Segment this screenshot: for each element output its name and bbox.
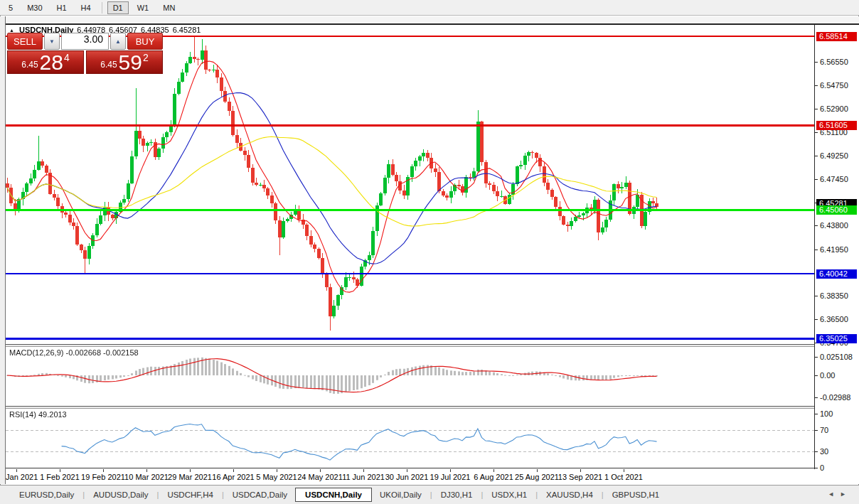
date-label: 11 Jun 2021 bbox=[342, 473, 385, 481]
chart-tab-usdx[interactable]: USDX,H1 bbox=[484, 488, 535, 501]
timeframe-button-h4[interactable]: H4 bbox=[75, 1, 97, 14]
sell-price-big: 28 bbox=[40, 53, 63, 73]
chart-tab-gbpusd[interactable]: GBPUSD,H1 bbox=[604, 488, 667, 501]
date-label: 29 Mar 2021 bbox=[168, 473, 212, 481]
timeframe-button-w1[interactable]: W1 bbox=[132, 1, 155, 14]
macd-value-2: -0.002158 bbox=[103, 348, 139, 357]
rsi-value: 49.2013 bbox=[38, 410, 67, 419]
price-tick: 6.52900 bbox=[820, 104, 848, 114]
date-label: 1 Feb 2021 bbox=[40, 473, 80, 481]
rsi-axis-tick: 70 bbox=[820, 426, 828, 435]
chart-tab-eurusd[interactable]: EURUSD,Daily bbox=[11, 488, 82, 501]
price-tick: 6.47450 bbox=[820, 175, 848, 184]
price-tick: 6.36500 bbox=[820, 315, 848, 324]
date-tick-mark bbox=[277, 469, 277, 472]
axis-tick-mark bbox=[815, 468, 818, 468]
ohlc-close: 6.45281 bbox=[173, 26, 201, 34]
rsi-axis-tick: 0 bbox=[820, 463, 824, 473]
tab-separator: | bbox=[157, 490, 159, 499]
timeframe-button-d1[interactable]: D1 bbox=[107, 1, 129, 14]
chart-tab-usdcnh[interactable]: USDCNH,Daily bbox=[295, 488, 372, 502]
date-label: 10 Mar 2021 bbox=[124, 473, 169, 481]
date-label: 24 May 2021 bbox=[297, 473, 343, 481]
axis-tick-mark bbox=[815, 397, 818, 398]
date-label: 6 Aug 2021 bbox=[474, 473, 513, 481]
axis-tick-mark bbox=[815, 179, 818, 180]
date-label: 1 Oct 2021 bbox=[604, 473, 643, 481]
tab-separator: | bbox=[481, 490, 483, 499]
price-line-badge-red: 6.58514 bbox=[816, 32, 857, 41]
date-tick-mark bbox=[103, 469, 104, 472]
price-line-badge-blue: 6.40042 bbox=[816, 269, 857, 279]
price-tick: 6.38350 bbox=[820, 291, 848, 301]
timeframe-button-mn[interactable]: MN bbox=[157, 1, 181, 14]
date-label: 13 Sep 2021 bbox=[558, 473, 602, 481]
price-axis[interactable]: 6.565506.547506.529006.511006.492506.474… bbox=[814, 23, 859, 469]
left-gutter bbox=[0, 16, 6, 484]
rsi-axis-tick: 100 bbox=[820, 409, 833, 419]
toolbar-gap bbox=[0, 16, 859, 23]
axis-tick-mark bbox=[815, 109, 818, 109]
date-label: 5 May 2021 bbox=[256, 473, 297, 481]
chart-top-frame bbox=[6, 23, 859, 25]
tab-separator: | bbox=[602, 490, 604, 499]
tab-separator: | bbox=[535, 490, 538, 499]
date-tick-mark bbox=[537, 469, 538, 472]
chart-tab-usdchf[interactable]: USDCHF,H4 bbox=[159, 488, 221, 501]
price-tick: 6.56550 bbox=[820, 58, 848, 67]
one-click-trade-panel: SELL ▼ 3.00 ▲ BUY 6.45 28 4 6.45 59 2 bbox=[7, 33, 163, 74]
price-tick: 6.54750 bbox=[820, 81, 848, 90]
timeframe-button-h1[interactable]: H1 bbox=[51, 1, 73, 14]
date-axis[interactable]: 13 Jan 20211 Feb 202119 Feb 202110 Mar 2… bbox=[6, 469, 859, 484]
date-tick-mark bbox=[363, 469, 364, 472]
axis-tick-mark bbox=[815, 156, 818, 156]
date-label: 16 Apr 2021 bbox=[212, 473, 254, 481]
date-label: 30 Jun 2021 bbox=[385, 473, 429, 481]
mt4-window: 5M30H1H4D1W1MN ▲ USDCNH,Daily 6.44978 6.… bbox=[0, 0, 859, 504]
timeframe-toolbar: 5M30H1H4D1W1MN bbox=[0, 0, 859, 16]
chart-tab-ukoil[interactable]: UKOil,Daily bbox=[372, 488, 430, 501]
axis-tick-mark bbox=[815, 319, 818, 320]
tab-scroll-arrows[interactable]: ◄► bbox=[828, 490, 852, 498]
rsi-label: RSI(14) 49.2013 bbox=[9, 410, 67, 419]
price-tick: 6.43800 bbox=[820, 221, 848, 230]
date-tick-mark bbox=[320, 469, 321, 472]
sell-price-prefix: 6.45 bbox=[21, 60, 38, 70]
tab-separator: | bbox=[82, 490, 85, 499]
chart-tab-usdcad[interactable]: USDCAD,Daily bbox=[225, 488, 295, 501]
chart-tab-xauusd[interactable]: XAUUSD,H4 bbox=[538, 488, 601, 501]
volume-decrease-button[interactable]: ▼ bbox=[44, 33, 60, 50]
sell-button[interactable]: SELL bbox=[7, 33, 43, 50]
buy-price-pip: 2 bbox=[143, 52, 149, 63]
macd-axis-tick: 0.00 bbox=[820, 371, 835, 380]
sell-price-box[interactable]: 6.45 28 4 bbox=[7, 50, 84, 74]
axis-tick-mark bbox=[815, 296, 818, 296]
price-line-badge-blue: 6.35025 bbox=[816, 334, 857, 343]
axis-tick-mark bbox=[815, 430, 818, 431]
chart-tab-dj30[interactable]: DJ30,H1 bbox=[433, 488, 481, 501]
axis-tick-mark bbox=[815, 250, 818, 250]
price-chart-canvas[interactable] bbox=[6, 25, 814, 469]
axis-tick-mark bbox=[815, 225, 818, 226]
date-tick-mark bbox=[407, 469, 407, 472]
buy-price-box[interactable]: 6.45 59 2 bbox=[86, 50, 163, 74]
timeframe-button-m30[interactable]: M30 bbox=[21, 1, 48, 14]
tab-separator: | bbox=[430, 490, 432, 499]
date-tick-mark bbox=[16, 469, 17, 472]
price-tick: 6.41950 bbox=[820, 245, 848, 254]
volume-increase-button[interactable]: ▲ bbox=[110, 33, 126, 50]
collapse-arrow-icon[interactable]: ▲ bbox=[9, 28, 14, 33]
axis-tick-mark bbox=[815, 85, 818, 86]
chart-tab-bar: EURUSD,Daily|AUDUSD,Daily|USDCHF,H4|USDC… bbox=[0, 485, 859, 504]
axis-tick-mark bbox=[815, 62, 818, 63]
macd-axis-tick: -0.02988 bbox=[820, 393, 850, 402]
buy-button[interactable]: BUY bbox=[127, 33, 163, 50]
timeframe-button-5[interactable]: 5 bbox=[3, 1, 18, 14]
rsi-axis-tick: 30 bbox=[820, 447, 828, 456]
date-tick-mark bbox=[450, 469, 451, 472]
date-tick-mark bbox=[60, 469, 60, 472]
chart-tab-audusd[interactable]: AUDUSD,Daily bbox=[85, 488, 156, 501]
volume-input[interactable]: 3.00 bbox=[61, 33, 109, 50]
date-tick-mark bbox=[146, 469, 147, 472]
date-tick-mark bbox=[580, 469, 581, 472]
